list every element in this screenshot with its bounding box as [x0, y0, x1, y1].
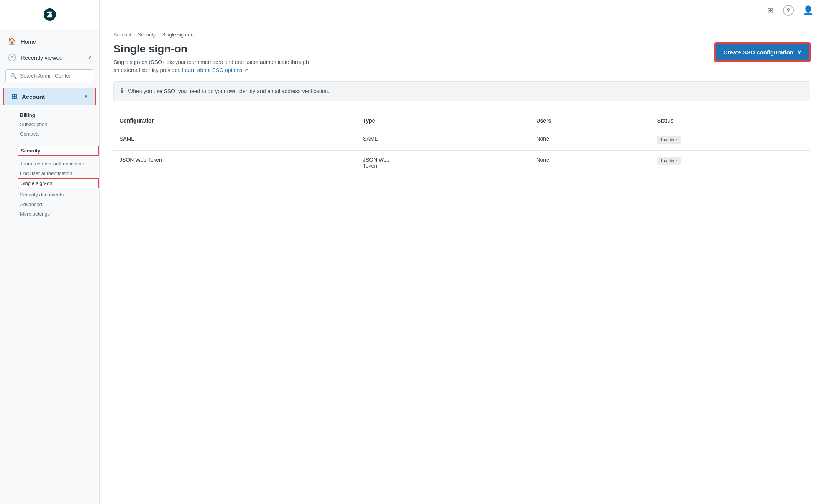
sidebar-nav: 🏠 Home 🕐 Recently viewed ∨ 🔍 ⊞ Account ∧…: [0, 29, 99, 225]
breadcrumb-sso: Single sign-on: [162, 32, 194, 38]
sidebar-item-recently-viewed[interactable]: 🕐 Recently viewed ∨: [0, 49, 99, 65]
status-badge-saml: Inactive: [657, 136, 681, 144]
cell-configuration-saml: SAML: [113, 129, 357, 151]
billing-section-heading: Billing: [20, 109, 99, 119]
sidebar-item-account-label: Account: [22, 93, 45, 100]
search-wrap: 🔍: [5, 69, 94, 82]
create-sso-button[interactable]: Create SSO configuration ∨: [714, 43, 810, 61]
zendesk-logo: [42, 7, 57, 22]
page-header: Single sign-on Single sign-on (SSO) lets…: [113, 43, 810, 74]
col-configuration: Configuration: [113, 112, 357, 129]
sidebar-item-recently-viewed-label: Recently viewed: [21, 54, 62, 61]
sidebar-item-end-user-auth[interactable]: End user authentication: [20, 169, 99, 178]
main-content: ⊞ ? 👤 Account › Security › Single sign-o…: [100, 0, 824, 504]
info-icon: ℹ: [121, 87, 123, 95]
cell-type-saml: SAML: [357, 129, 530, 151]
chevron-up-icon: ∧: [84, 94, 88, 99]
cell-users-saml: None: [530, 129, 651, 151]
col-users: Users: [530, 112, 651, 129]
table-row: SAML SAML None Inactive: [113, 129, 810, 151]
sso-table: Configuration Type Users Status SAML SAM…: [113, 112, 810, 175]
breadcrumb-sep-1: ›: [134, 32, 135, 38]
sidebar-item-account[interactable]: ⊞ Account ∧: [3, 88, 96, 105]
user-icon[interactable]: 👤: [801, 4, 815, 17]
sidebar-item-security[interactable]: Security: [18, 146, 99, 156]
chevron-down-icon: ∨: [88, 55, 92, 60]
breadcrumb-sep-2: ›: [158, 32, 159, 38]
sidebar-item-more-settings[interactable]: More settings: [20, 209, 99, 219]
breadcrumb-account[interactable]: Account: [113, 32, 131, 38]
clock-icon: 🕐: [8, 53, 16, 62]
sidebar: 🏠 Home 🕐 Recently viewed ∨ 🔍 ⊞ Account ∧…: [0, 0, 100, 504]
cell-configuration-jwt: JSON Web Token: [113, 151, 357, 175]
sidebar-item-single-sign-on[interactable]: Single sign-on: [18, 178, 99, 188]
cell-users-jwt: None: [530, 151, 651, 175]
sidebar-item-home-label: Home: [21, 38, 36, 45]
help-icon[interactable]: ?: [783, 5, 794, 16]
account-submenu: Billing Subscription Contacts Security T…: [0, 107, 99, 221]
table-row: JSON Web Token JSON WebToken None Inacti…: [113, 151, 810, 175]
search-input[interactable]: [20, 73, 89, 79]
info-box: ℹ When you use SSO, you need to do your …: [113, 81, 810, 101]
create-sso-chevron-icon: ∨: [797, 49, 801, 56]
breadcrumb: Account › Security › Single sign-on: [113, 32, 810, 38]
table-header-row: Configuration Type Users Status: [113, 112, 810, 129]
cell-status-saml: Inactive: [651, 129, 810, 151]
sidebar-item-contacts[interactable]: Contacts: [20, 129, 99, 139]
sidebar-item-team-member-auth[interactable]: Team member authentication: [20, 159, 99, 169]
col-status: Status: [651, 112, 810, 129]
page-title: Single sign-on: [113, 43, 313, 55]
breadcrumb-security[interactable]: Security: [138, 32, 156, 38]
page-header-left: Single sign-on Single sign-on (SSO) lets…: [113, 43, 313, 74]
page-content: Account › Security › Single sign-on Sing…: [100, 21, 824, 504]
sidebar-item-subscription[interactable]: Subscription: [20, 119, 99, 129]
cell-status-jwt: Inactive: [651, 151, 810, 175]
home-icon: 🏠: [8, 37, 16, 46]
col-type: Type: [357, 112, 530, 129]
search-icon: 🔍: [10, 73, 17, 79]
sidebar-item-security-documents[interactable]: Security documents: [20, 190, 99, 200]
cell-type-jwt: JSON WebToken: [357, 151, 530, 175]
create-sso-button-label: Create SSO configuration: [723, 49, 793, 56]
sidebar-item-home[interactable]: 🏠 Home: [0, 33, 99, 49]
account-icon: ⊞: [11, 92, 17, 101]
grid-icon[interactable]: ⊞: [766, 4, 775, 16]
status-badge-jwt: Inactive: [657, 157, 681, 165]
logo: [0, 0, 99, 29]
sso-configurations-table: Configuration Type Users Status SAML SAM…: [113, 112, 810, 175]
page-description: Single sign-on (SSO) lets your team memb…: [113, 58, 313, 74]
learn-link[interactable]: Learn about SSO options ↗: [182, 67, 248, 73]
info-message: When you use SSO, you need to do your ow…: [128, 88, 329, 94]
sidebar-item-advanced[interactable]: Advanced: [20, 200, 99, 209]
search-container: 🔍: [0, 65, 99, 86]
topbar: ⊞ ? 👤: [100, 0, 824, 21]
